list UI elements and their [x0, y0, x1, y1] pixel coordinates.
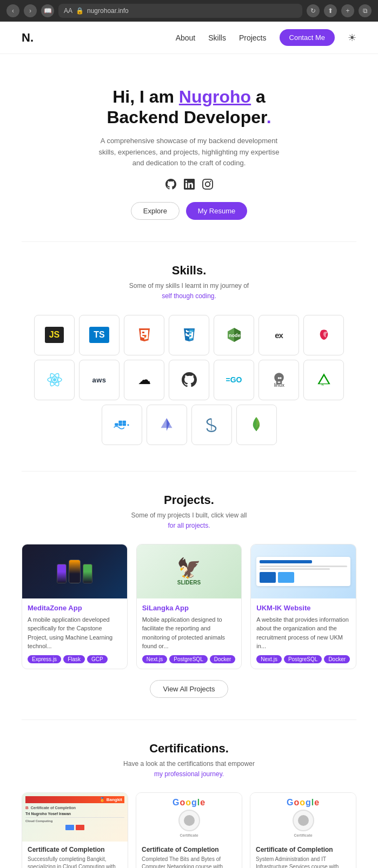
- projects-section: Projects. Some of my projects I built, c…: [0, 472, 378, 719]
- hero-section: Hi, I am Nugroho a Backend Developer. A …: [0, 54, 378, 241]
- instagram-social-icon[interactable]: [202, 179, 213, 192]
- browser-reader-btn[interactable]: 📖: [41, 4, 54, 17]
- express-skill-card[interactable]: ex: [258, 315, 299, 355]
- js-label: JS: [45, 327, 64, 343]
- skills-grid: JS TS node ex: [32, 315, 346, 445]
- tag-expressjs: Express.js: [28, 655, 61, 663]
- projects-title: Projects.: [22, 493, 356, 507]
- lock-icon: 🔒: [76, 7, 84, 15]
- tag-postgresql-2: PostgreSQL: [284, 655, 322, 663]
- meditazone-project-image: [22, 544, 127, 598]
- github-skill-card[interactable]: [169, 360, 209, 400]
- explore-button[interactable]: Explore: [131, 202, 180, 220]
- tag-gcp: GCP: [87, 655, 108, 663]
- browser-tabs-btn[interactable]: ⧉: [359, 4, 372, 17]
- nav-skills[interactable]: Skills: [208, 33, 226, 42]
- hero-heading: Hi, I am Nugroho a Backend Developer.: [22, 86, 356, 128]
- nav-theme-toggle[interactable]: ☀: [348, 32, 356, 44]
- cert-card-google-1: Google Certificate Certificate of Comple…: [136, 792, 242, 868]
- certs-title: Certifications.: [22, 742, 356, 756]
- hero-description: A comprehensive showcase of my backend d…: [97, 136, 281, 169]
- nav-projects[interactable]: Projects: [239, 33, 267, 42]
- silangka-project-body: SiLangka App Mobile application designed…: [137, 598, 242, 669]
- linux-skill-card[interactable]: linux: [258, 360, 299, 400]
- svg-point-13: [127, 424, 129, 426]
- mysql-skill-card[interactable]: [191, 405, 232, 445]
- navbar: N. About Skills Projects Contact Me ☀: [0, 22, 378, 54]
- google-cert-2-desc: System Administration and IT Infrastruct…: [256, 856, 350, 868]
- tag-nextjs-1: Next.js: [142, 655, 168, 663]
- cert-card-bangkit: 🏅 Bangkit B Certificate of Completion Tr…: [22, 792, 128, 868]
- cert-card-google-2: Google Certificate Certificate of Comple…: [250, 792, 356, 868]
- skills-title: Skills.: [22, 264, 356, 278]
- ts-skill-card[interactable]: TS: [79, 315, 120, 355]
- skills-subtitle: Some of my skills I learnt in my journey…: [22, 281, 356, 301]
- hero-cta-buttons: Explore My Resume: [22, 202, 356, 220]
- ukm-tags: Next.js PostgreSQL Docker: [256, 655, 350, 663]
- skills-row-3: [32, 405, 346, 445]
- google-cert-1-image: Google Certificate: [136, 793, 242, 842]
- google-cert-2-image: Google Certificate: [250, 793, 356, 842]
- nav-logo: N.: [22, 31, 34, 45]
- browser-chrome: ‹ › 📖 AA 🔒 nugrohoar.info ↻ ⬆ + ⧉: [0, 0, 378, 22]
- view-all-projects-button[interactable]: View All Projects: [150, 680, 229, 698]
- hero-name: Nugroho: [179, 87, 251, 106]
- cloud-skill-card[interactable]: ☁: [124, 360, 164, 400]
- projects-subtitle: Some of my projects I built, click view …: [22, 510, 356, 531]
- html5-skill-card[interactable]: [124, 315, 164, 355]
- react-skill-card[interactable]: [34, 360, 75, 400]
- browser-back-btn[interactable]: ‹: [6, 4, 19, 17]
- google-cert-2-body: Certificate of Completion System Adminis…: [250, 842, 356, 868]
- css3-skill-card[interactable]: [169, 315, 209, 355]
- silangka-project-image: 🦅 SLIDERS: [137, 544, 242, 598]
- linkedin-social-icon[interactable]: [184, 179, 195, 192]
- ukm-project-image: [251, 544, 356, 598]
- nginx-skill-card[interactable]: N: [303, 360, 344, 400]
- go-skill-card[interactable]: =GO: [214, 360, 254, 400]
- resume-button[interactable]: My Resume: [186, 202, 247, 220]
- hero-middle: a: [251, 87, 266, 106]
- projects-grid: MeditaZone App A mobile application deve…: [22, 544, 356, 669]
- ukm-title: UKM-IK Website: [256, 604, 350, 612]
- svg-rect-11: [118, 421, 122, 423]
- aws-skill-card[interactable]: aws: [79, 360, 120, 400]
- address-bar[interactable]: AA 🔒 nugrohoar.info: [58, 4, 302, 18]
- silangka-tags: Next.js PostgreSQL Docker: [142, 655, 236, 663]
- skills-row-2: aws ☁ =GO linux N: [32, 360, 346, 400]
- svg-rect-10: [123, 423, 126, 426]
- svg-rect-8: [115, 423, 118, 426]
- project-card-ukm: UKM-IK Website A website that provides i…: [250, 544, 356, 669]
- mongodb-skill-card[interactable]: [236, 405, 277, 445]
- browser-newtab-btn[interactable]: +: [341, 4, 354, 17]
- svg-rect-12: [123, 421, 126, 423]
- prisma-skill-card[interactable]: [147, 405, 187, 445]
- skills-row-1: JS TS node ex: [32, 315, 346, 355]
- js-skill-card[interactable]: JS: [34, 315, 75, 355]
- tag-flask: Flask: [63, 655, 85, 663]
- meditazone-project-body: MeditaZone App A mobile application deve…: [22, 598, 127, 669]
- meditazone-title: MeditaZone App: [28, 604, 122, 612]
- tag-docker-2: Docker: [324, 655, 350, 663]
- google-cert-2-title: Certificate of Completion: [256, 846, 350, 853]
- browser-share-btn[interactable]: ⬆: [324, 4, 337, 17]
- ts-label: TS: [89, 327, 109, 343]
- tag-docker-1: Docker: [210, 655, 236, 663]
- skills-section: Skills. Some of my skills I learnt in my…: [0, 242, 378, 470]
- nodejs-skill-card[interactable]: node: [214, 315, 254, 355]
- browser-forward-btn[interactable]: ›: [24, 4, 37, 17]
- nav-about[interactable]: About: [176, 33, 196, 42]
- hero-title: Backend Developer.: [107, 107, 271, 127]
- silangka-title: SiLangka App: [142, 604, 236, 612]
- bangkit-cert-title: Certificate of Completion: [28, 846, 122, 853]
- cloud-icon-glyph: ☁: [138, 372, 151, 387]
- docker-skill-card[interactable]: [102, 405, 142, 445]
- nestjs-skill-card[interactable]: [303, 315, 344, 355]
- github-social-icon[interactable]: [165, 179, 176, 192]
- browser-refresh-btn[interactable]: ↻: [307, 4, 320, 17]
- hero-social-links: [22, 179, 356, 192]
- aa-label: AA: [64, 7, 72, 15]
- bangkit-cert-desc: Successfully completing Bangkit, special…: [28, 856, 122, 868]
- svg-text:linux: linux: [274, 382, 284, 387]
- meditazone-desc: A mobile application developed specifica…: [28, 615, 122, 651]
- nav-contact-button[interactable]: Contact Me: [280, 29, 335, 46]
